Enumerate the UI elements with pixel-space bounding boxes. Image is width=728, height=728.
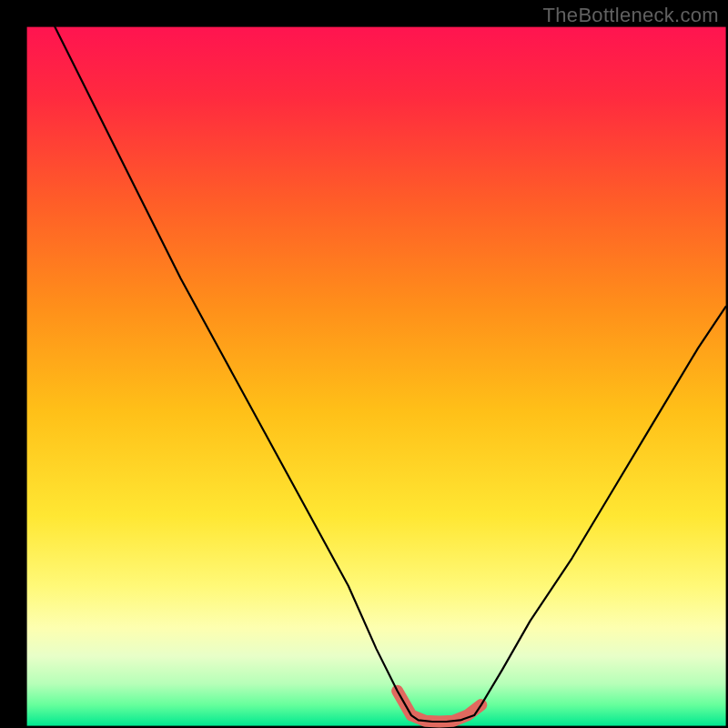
watermark-label: TheBottleneck.com: [543, 4, 719, 27]
chart-stage: TheBottleneck.com: [0, 0, 728, 728]
plot-background: [27, 27, 726, 726]
bottleneck-plot: [0, 0, 728, 728]
